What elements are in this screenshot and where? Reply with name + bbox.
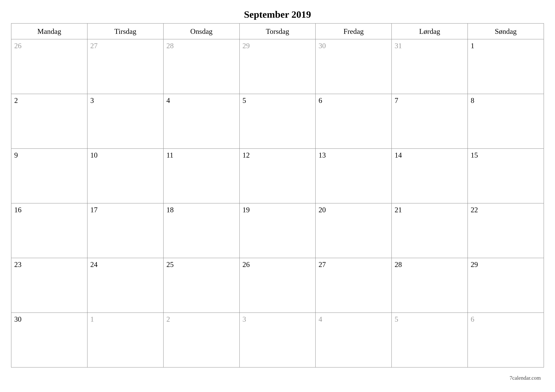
day-cell: 15	[468, 149, 544, 203]
day-cell: 4	[163, 94, 240, 149]
calendar-week-row: 2 3 4 5 6 7 8	[11, 94, 544, 149]
weekday-header: Fredag	[315, 23, 392, 39]
day-cell: 18	[163, 203, 240, 258]
calendar-week-row: 16 17 18 19 20 21 22	[11, 203, 544, 258]
day-cell: 31	[392, 39, 468, 94]
day-cell: 11	[163, 149, 240, 203]
day-cell: 21	[392, 203, 468, 258]
day-cell: 10	[87, 149, 163, 203]
weekday-header: Lørdag	[392, 23, 468, 39]
day-cell: 1	[87, 313, 163, 367]
weekday-header-row: Mandag Tirsdag Onsdag Torsdag Fredag Lør…	[11, 23, 544, 39]
weekday-header: Torsdag	[240, 23, 316, 39]
day-cell: 3	[87, 94, 163, 149]
calendar-week-row: 26 27 28 29 30 31 1	[11, 39, 544, 94]
day-cell: 16	[11, 203, 87, 258]
day-cell: 8	[468, 94, 544, 149]
calendar-body: 26 27 28 29 30 31 1 2 3 4 5 6 7 8 9 10 1…	[11, 39, 544, 367]
day-cell: 30	[315, 39, 392, 94]
day-cell: 3	[240, 313, 316, 367]
day-cell: 5	[392, 313, 468, 367]
day-cell: 13	[315, 149, 392, 203]
day-cell: 4	[315, 313, 392, 367]
day-cell: 19	[240, 203, 316, 258]
calendar-page: September 2019 Mandag Tirsdag Onsdag Tor…	[0, 0, 555, 392]
day-cell: 20	[315, 203, 392, 258]
weekday-header: Mandag	[11, 23, 87, 39]
day-cell: 17	[87, 203, 163, 258]
day-cell: 27	[87, 39, 163, 94]
day-cell: 27	[315, 258, 392, 313]
day-cell: 26	[240, 258, 316, 313]
calendar-grid: Mandag Tirsdag Onsdag Torsdag Fredag Lør…	[11, 23, 544, 368]
day-cell: 7	[392, 94, 468, 149]
day-cell: 2	[11, 94, 87, 149]
day-cell: 28	[392, 258, 468, 313]
calendar-week-row: 23 24 25 26 27 28 29	[11, 258, 544, 313]
day-cell: 29	[468, 258, 544, 313]
weekday-header: Søndag	[468, 23, 544, 39]
day-cell: 9	[11, 149, 87, 203]
calendar-week-row: 30 1 2 3 4 5 6	[11, 313, 544, 367]
source-label: 7calendar.com	[510, 375, 541, 381]
day-cell: 2	[163, 313, 240, 367]
day-cell: 23	[11, 258, 87, 313]
day-cell: 14	[392, 149, 468, 203]
day-cell: 29	[240, 39, 316, 94]
day-cell: 6	[315, 94, 392, 149]
day-cell: 5	[240, 94, 316, 149]
day-cell: 26	[11, 39, 87, 94]
weekday-header: Tirsdag	[87, 23, 163, 39]
page-title: September 2019	[11, 9, 544, 20]
day-cell: 6	[468, 313, 544, 367]
day-cell: 1	[468, 39, 544, 94]
day-cell: 12	[240, 149, 316, 203]
day-cell: 24	[87, 258, 163, 313]
day-cell: 30	[11, 313, 87, 367]
day-cell: 28	[163, 39, 240, 94]
calendar-week-row: 9 10 11 12 13 14 15	[11, 149, 544, 203]
day-cell: 22	[468, 203, 544, 258]
day-cell: 25	[163, 258, 240, 313]
weekday-header: Onsdag	[163, 23, 240, 39]
